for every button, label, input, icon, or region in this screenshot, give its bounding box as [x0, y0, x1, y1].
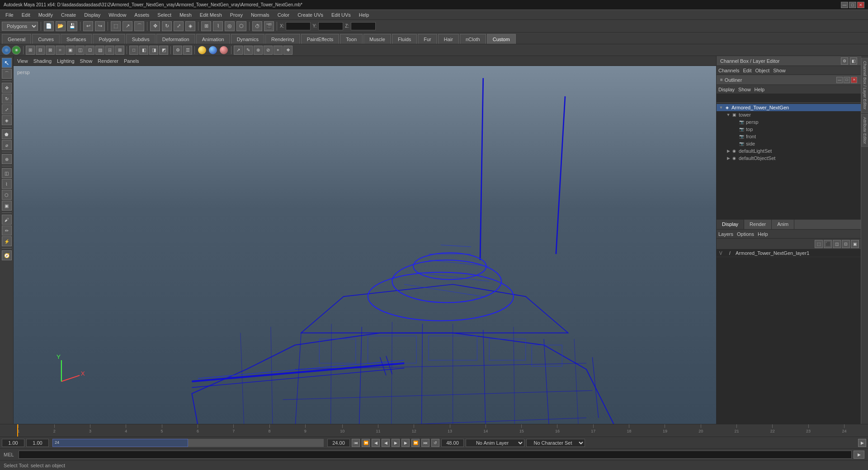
prev-frame-btn[interactable]: ◀	[372, 439, 380, 447]
layer-content[interactable]: V / Armored_Tower_NextGen_layer1	[717, 249, 861, 424]
show-manipulator-tool[interactable]: ⊕	[2, 154, 12, 164]
maximize-button[interactable]: □	[849, 2, 856, 8]
outliner-minimize[interactable]: —	[836, 77, 843, 83]
paint-tool[interactable]: 🖌	[2, 215, 12, 225]
outliner-expand-3[interactable]	[733, 127, 738, 132]
tab-subdivs[interactable]: Subdivs	[126, 34, 156, 44]
menu-select[interactable]: Select	[154, 11, 175, 19]
outliner-show-menu[interactable]: Show	[738, 87, 751, 92]
material-ball-2[interactable]	[209, 46, 217, 54]
y-input[interactable]	[318, 22, 343, 30]
anim-tab[interactable]: Anim	[772, 220, 794, 229]
menu-proxy[interactable]: Proxy	[226, 11, 246, 19]
timeline-playhead[interactable]	[17, 424, 18, 437]
tab-curves[interactable]: Curves	[32, 34, 60, 44]
tab-custom[interactable]: Custom	[487, 34, 516, 44]
snap-view-btn[interactable]: ⬡	[236, 21, 246, 31]
icon13[interactable]: ◨	[149, 46, 158, 55]
icon4[interactable]: ⌗	[56, 46, 65, 55]
icon20[interactable]: ⊘	[264, 46, 273, 55]
channel-box-icon2[interactable]: ◧	[850, 57, 857, 65]
menu-edit[interactable]: Edit	[18, 11, 34, 19]
outliner-item-0[interactable]: ▼◈Armored_Tower_NextGen	[717, 104, 861, 111]
snap-grid-btn[interactable]: ⊞	[201, 21, 211, 31]
render-btn[interactable]: 🎬	[264, 21, 274, 31]
icon6[interactable]: ◫	[75, 46, 85, 55]
material-ball-1[interactable]	[198, 46, 206, 54]
minimize-button[interactable]: —	[841, 2, 848, 8]
to-end-btn[interactable]: ⏭	[421, 439, 429, 447]
menu-create uvs[interactable]: Create UVs	[294, 11, 327, 19]
menu-window[interactable]: Window	[105, 11, 130, 19]
outliner-maximize[interactable]: □	[844, 77, 850, 83]
menu-edit mesh[interactable]: Edit Mesh	[196, 11, 226, 19]
layers-menu[interactable]: Layers	[718, 231, 733, 237]
menu-color[interactable]: Color	[274, 11, 293, 19]
channel-box-icon1[interactable]: ⚙	[841, 57, 848, 65]
outliner-expand-4[interactable]	[733, 134, 738, 139]
new-file-btn[interactable]: 📄	[44, 21, 54, 31]
outliner-expand-1[interactable]: ▼	[726, 112, 731, 118]
outliner-content[interactable]: ▼◈Armored_Tower_NextGen▼▣tower📷persp📷top…	[717, 103, 861, 219]
play-fwd-btn[interactable]: ▶	[392, 439, 400, 447]
menu-normals[interactable]: Normals	[247, 11, 273, 19]
tab-toon[interactable]: Toon	[340, 34, 363, 44]
icon8[interactable]: ▤	[95, 46, 104, 55]
lasso-btn[interactable]: ⌒	[134, 21, 144, 31]
icon15[interactable]: ⚙	[173, 46, 182, 55]
viewport[interactable]: X Y persp	[14, 66, 716, 424]
play-back-btn[interactable]: ◀	[382, 439, 390, 447]
next-frame-btn[interactable]: ▶	[401, 439, 410, 447]
icon14[interactable]: ◩	[159, 46, 168, 55]
start-frame-input[interactable]	[2, 439, 24, 447]
select-tool[interactable]: ↖	[2, 58, 12, 68]
outliner-expand-5[interactable]	[733, 141, 738, 146]
open-file-btn[interactable]: 📂	[56, 21, 66, 31]
tab-fur[interactable]: Fur	[418, 34, 437, 44]
scale-btn[interactable]: ⤢	[174, 21, 184, 31]
outliner-display-menu[interactable]: Display	[718, 87, 735, 92]
softmod-btn[interactable]: ◉	[12, 46, 21, 55]
select-by-hierarchy-btn[interactable]: ⬚	[111, 21, 121, 31]
redo-btn[interactable]: ↪	[95, 21, 105, 31]
menu-help[interactable]: Help	[355, 11, 373, 19]
show-menu[interactable]: Show	[80, 58, 93, 64]
options-menu[interactable]: Options	[737, 231, 754, 237]
move-tool[interactable]: ✥	[2, 83, 12, 93]
view-menu[interactable]: View	[17, 58, 28, 64]
icon5[interactable]: ▣	[66, 46, 75, 55]
undo-btn[interactable]: ↩	[83, 21, 93, 31]
layer-tool-3[interactable]: ◫	[833, 240, 841, 248]
manip-tool[interactable]: ◈	[2, 115, 12, 125]
attribute-editor-tab[interactable]: Attribute Editor	[861, 114, 868, 147]
menu-create[interactable]: Create	[57, 11, 80, 19]
outliner-item-3[interactable]: 📷top	[717, 126, 861, 133]
shading-menu[interactable]: Shading	[33, 58, 52, 64]
icon7[interactable]: ⊡	[85, 46, 94, 55]
save-file-btn[interactable]: 💾	[67, 21, 77, 31]
subdiv-tool[interactable]: ▣	[2, 201, 12, 211]
outliner-close[interactable]: ✕	[851, 77, 857, 83]
dynamics-tool[interactable]: ⚡	[2, 236, 12, 246]
current-frame-input[interactable]	[26, 439, 49, 447]
outliner-item-7[interactable]: ▶◉defaultObjectSet	[717, 155, 861, 162]
tab-polygons[interactable]: Polygons	[93, 34, 125, 44]
nav-tool[interactable]: 🧭	[2, 250, 12, 260]
render-tab[interactable]: Render	[744, 220, 772, 229]
prev-key-btn[interactable]: ⏪	[362, 439, 370, 447]
snap-point-btn[interactable]: ◎	[225, 21, 235, 31]
menu-mesh[interactable]: Mesh	[176, 11, 195, 19]
close-button[interactable]: ✕	[857, 2, 864, 8]
sculpt-tool[interactable]: ⌀	[2, 140, 12, 150]
menu-edit uvs[interactable]: Edit UVs	[328, 11, 354, 19]
icon12[interactable]: ◧	[139, 46, 148, 55]
outliner-item-5[interactable]: 📷side	[717, 140, 861, 147]
tab-rendering[interactable]: Rendering	[265, 34, 300, 44]
char-set-select[interactable]: No Character Set	[526, 439, 585, 447]
tab-surfaces[interactable]: Surfaces	[61, 34, 92, 44]
z-input[interactable]	[351, 22, 376, 30]
x-input[interactable]	[286, 22, 311, 30]
timeline-ruler[interactable]: 123456789101112131415161718192021222324	[0, 424, 868, 437]
universal-manip-btn[interactable]: ◈	[185, 21, 195, 31]
menu-assets[interactable]: Assets	[131, 11, 153, 19]
